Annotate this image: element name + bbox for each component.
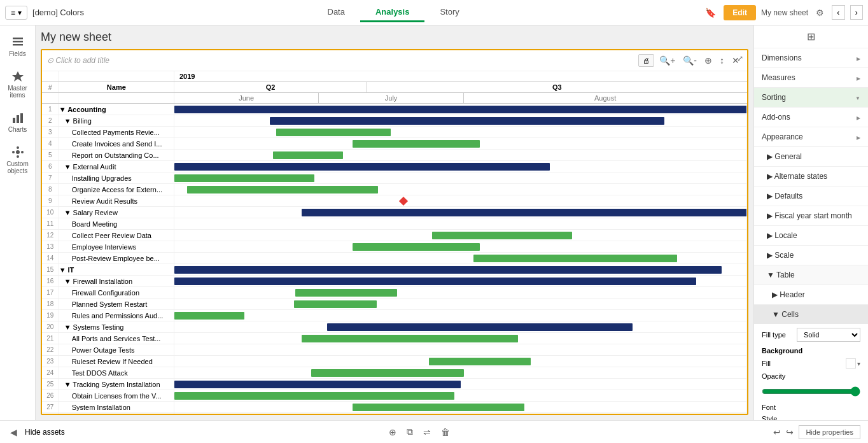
tab-data[interactable]: Data [312, 3, 360, 22]
addons-title[interactable]: Add-ons [754, 108, 868, 127]
redo-button[interactable]: ↪ [786, 427, 794, 437]
section-appearance: Appearance [754, 127, 868, 147]
fill-type-select[interactable]: Solid None Gradient [797, 328, 860, 342]
top-bar-tabs: Data Analysis Story [312, 3, 475, 22]
svg-point-8 [17, 146, 19, 149]
alternate-states-title[interactable]: ▶ Alternate states [754, 167, 868, 186]
selection-button[interactable]: ⊕ [702, 54, 715, 67]
sorting-title[interactable]: Sorting [754, 88, 868, 107]
hide-assets-button[interactable]: ◀ [8, 426, 20, 439]
table-row: 26Obtain Licenses from the V... [42, 390, 747, 402]
nav-prev-button[interactable]: ‹ [832, 5, 844, 20]
duplicate-button[interactable]: ⧉ [404, 424, 416, 440]
table-row: 24Test DDOS Attack [42, 367, 747, 379]
table-row: 5Report on Outstanding Co... [42, 150, 747, 161]
dimensions-chevron [857, 53, 860, 62]
section-locale: ▶ Locale [754, 226, 868, 246]
table-row: 18Planned System Restart [42, 299, 747, 310]
fill-row: Fill ▾ [762, 358, 860, 369]
measures-title[interactable]: Measures [754, 68, 868, 87]
table-row: 3Collected Payments Revie... [42, 127, 747, 138]
sidebar-item-charts[interactable]: Charts [3, 106, 33, 138]
fields-icon [11, 36, 24, 48]
bottom-bar: ◀ Hide assets ⊕ ⧉ ⇌ 🗑 ↩ ↪ Hide propertie… [0, 420, 868, 443]
scroll-button[interactable]: ↕ [717, 54, 727, 67]
sidebar-item-fields[interactable]: Fields [3, 31, 33, 62]
bottom-right: ↩ ↪ Hide properties [773, 425, 860, 439]
defaults-title[interactable]: ▶ Defaults [754, 186, 868, 206]
q3-header: Q3 [367, 82, 746, 92]
dimensions-title[interactable]: Dimensions [754, 48, 868, 67]
menu-icon: ≡ [11, 8, 15, 17]
table-row: 20▼ Systems Testing [42, 321, 747, 333]
panel-grid-icon: ⊞ [807, 31, 815, 43]
gantt-wrapper[interactable]: 2019 # Name Q2 Q3 [42, 71, 747, 414]
app-name: [demo] Colors [32, 8, 84, 17]
gantt-header-year: 2019 [42, 71, 747, 82]
section-fiscal-year: ▶ Fiscal year start month [754, 206, 868, 226]
top-bar-right: 🔖 Edit My new sheet ⚙ ‹ › [703, 5, 863, 20]
cells-title[interactable]: ▼ Cells [754, 305, 868, 324]
section-table: ▼ Table [754, 265, 868, 285]
delete-button[interactable]: 🗑 [438, 424, 452, 440]
svg-rect-1 [13, 41, 23, 43]
defaults-label: ▶ Defaults [767, 192, 802, 200]
table-row: 23Ruleset Review If Needed [42, 356, 747, 367]
sidebar-item-master-items[interactable]: Master items [3, 65, 33, 104]
table-row: 25▼ Tracking System Installation [42, 379, 747, 390]
content-area: My new sheet ⊙ Click to add title 🖨 🔍+ 🔍… [36, 25, 753, 420]
sheet-settings-icon[interactable]: ⚙ [813, 6, 827, 19]
click-to-add-title[interactable]: ⊙ Click to add title [47, 56, 109, 65]
custom-objects-icon [11, 146, 24, 158]
scale-title[interactable]: ▶ Scale [754, 246, 868, 265]
edit-button[interactable]: Edit [724, 5, 756, 20]
general-title[interactable]: ▶ General [754, 147, 868, 166]
style-row: Style [762, 415, 860, 420]
section-addons: Add-ons [754, 108, 868, 127]
zoom-in-button[interactable]: 🔍+ [657, 54, 678, 67]
locale-title[interactable]: ▶ Locale [754, 226, 868, 245]
hide-properties-button[interactable]: Hide properties [799, 425, 860, 439]
table-row: 6▼ External Audit [42, 161, 747, 172]
fiscal-year-title[interactable]: ▶ Fiscal year start month [754, 206, 868, 225]
print-button[interactable]: 🖨 [638, 54, 654, 67]
svg-point-11 [21, 151, 24, 153]
fiscal-year-label: ▶ Fiscal year start month [767, 211, 852, 220]
august-header: August [464, 93, 747, 103]
fill-dropdown-arrow[interactable]: ▾ [857, 360, 860, 367]
menu-button[interactable]: ≡ ▾ [5, 6, 27, 20]
move-button[interactable]: ⇌ [421, 424, 433, 440]
undo-button[interactable]: ↩ [773, 427, 781, 437]
table-title[interactable]: ▼ Table [754, 265, 868, 285]
svg-rect-4 [13, 118, 15, 123]
right-panel: ⊞ Dimensions Measures Sorting A [753, 25, 868, 420]
table-row: 2▼ Billing [42, 115, 747, 127]
fill-color-swatch[interactable] [846, 358, 856, 369]
menu-dropdown-icon: ▾ [18, 8, 22, 17]
charts-label: Charts [8, 126, 27, 133]
add-sheet-button[interactable]: ⊕ [386, 424, 399, 440]
q2-header: Q2 [174, 82, 367, 92]
tab-analysis[interactable]: Analysis [360, 3, 424, 22]
section-cells: ▼ Cells Fill type Solid None Gradient Ba… [754, 305, 868, 420]
top-bar-left: ≡ ▾ [demo] Colors [5, 6, 84, 20]
sidebar-item-custom-objects[interactable]: Custom objects [3, 141, 33, 179]
fill-type-row: Fill type Solid None Gradient [762, 328, 860, 342]
tab-story[interactable]: Story [424, 3, 474, 22]
nav-next-button[interactable]: › [850, 5, 863, 20]
zoom-out-button[interactable]: 🔍- [680, 54, 699, 67]
gantt-table: 2019 # Name Q2 Q3 [42, 71, 747, 414]
appearance-title[interactable]: Appearance [754, 127, 868, 146]
opacity-slider[interactable] [762, 386, 860, 397]
expand-button[interactable]: ⤢ [737, 54, 743, 63]
table-row: 22Power Outage Tests [42, 344, 747, 356]
svg-point-9 [17, 155, 19, 158]
july-header: July [319, 93, 463, 103]
background-label: Background [762, 347, 802, 355]
panel-header: ⊞ [754, 25, 868, 48]
bookmark-icon[interactable]: 🔖 [703, 6, 718, 19]
table-row: 17Firewall Configuration [42, 287, 747, 299]
svg-rect-6 [20, 113, 23, 123]
table-row: 11Board Meeting [42, 218, 747, 230]
header-title[interactable]: ▶ Header [754, 285, 868, 304]
